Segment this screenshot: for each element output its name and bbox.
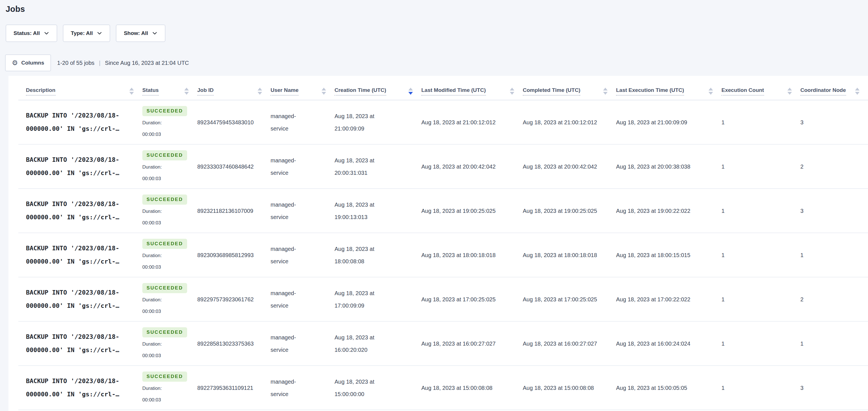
table-row[interactable]: BACKUP INTO '/2023/08/18-000000.00' IN '… <box>18 145 868 189</box>
sort-desc-icon[interactable] <box>321 92 326 95</box>
sort-icons[interactable] <box>855 88 860 95</box>
sort-icons[interactable] <box>257 88 262 95</box>
sort-asc-icon[interactable] <box>408 88 413 90</box>
sort-desc-icon[interactable] <box>510 92 514 95</box>
sort-desc-icon[interactable] <box>603 92 608 95</box>
status-filter-dropdown[interactable]: Status: All <box>6 25 57 42</box>
creation-time-cell: Aug 18, 2023 at 20:00:31:031 <box>335 154 421 179</box>
sort-icons[interactable] <box>510 88 514 95</box>
sort-desc-icon[interactable] <box>184 92 189 95</box>
job-description-cell: BACKUP INTO '/2023/08/18-000000.00' IN '… <box>18 109 142 135</box>
column-header[interactable]: Last Execution Time (UTC) <box>616 83 721 100</box>
last-execution-time-cell: Aug 18, 2023 at 15:00:05:05 <box>616 382 721 394</box>
sort-icons[interactable] <box>184 88 189 95</box>
sort-icons[interactable] <box>603 88 608 95</box>
jobs-table: Description Status Job ID User Name Crea… <box>8 76 868 411</box>
type-filter-dropdown[interactable]: Type: All <box>63 25 110 42</box>
table-row[interactable]: BACKUP INTO '/2023/08/18-000000.00' IN '… <box>18 277 868 322</box>
sort-icons[interactable] <box>408 88 413 95</box>
execution-count-cell: 1 <box>721 337 800 350</box>
sort-icons[interactable] <box>129 88 134 95</box>
last-execution-time-cell: Aug 18, 2023 at 18:00:15:015 <box>616 249 721 261</box>
table-row[interactable]: BACKUP INTO '/2023/08/18-000000.00' IN '… <box>18 233 868 277</box>
completed-time-cell: Aug 18, 2023 at 18:00:18:018 <box>523 249 616 261</box>
since-text: Since Aug 16, 2023 at 21:04 UTC <box>105 60 189 66</box>
duration-label: Duration: <box>142 294 189 306</box>
coordinator-node-cell: 3 <box>800 116 868 128</box>
last-modified-time-cell: Aug 18, 2023 at 15:00:08:08 <box>421 382 523 394</box>
table-row[interactable]: BACKUP INTO '/2023/08/18-000000.00' IN '… <box>18 322 868 366</box>
coordinator-node-cell: 2 <box>800 293 868 305</box>
job-id-cell: 892321182136107009 <box>197 205 271 217</box>
creation-time-cell: Aug 18, 2023 at 16:00:20:020 <box>335 331 421 356</box>
column-header[interactable]: Coordinator Node <box>800 83 868 100</box>
sort-desc-icon[interactable] <box>408 92 413 95</box>
sort-asc-icon[interactable] <box>321 88 326 90</box>
execution-count-cell: 1 <box>721 160 800 173</box>
duration-label: Duration: <box>142 339 189 350</box>
sort-asc-icon[interactable] <box>184 88 189 90</box>
job-id-cell: 892285813023375363 <box>197 337 271 350</box>
column-header[interactable]: Last Modified Time (UTC) <box>421 83 523 100</box>
sort-asc-icon[interactable] <box>510 88 514 90</box>
sort-icons[interactable] <box>709 88 713 95</box>
duration-value: 00:00:03 <box>142 129 189 140</box>
last-modified-time-cell: Aug 18, 2023 at 20:00:42:042 <box>421 160 523 173</box>
sort-icons[interactable] <box>321 88 326 95</box>
page-title: Jobs <box>6 4 868 14</box>
duration-value: 00:00:03 <box>142 350 189 362</box>
column-header[interactable]: Status <box>142 83 197 100</box>
sort-asc-icon[interactable] <box>787 88 792 90</box>
column-header[interactable]: Execution Count <box>721 83 800 100</box>
column-header[interactable]: User Name <box>271 83 335 100</box>
chevron-down-icon <box>44 30 49 36</box>
coordinator-node-cell: 3 <box>800 382 868 394</box>
sort-desc-icon[interactable] <box>129 92 134 95</box>
column-header-label: Description <box>26 87 56 95</box>
jobs-page: Jobs Status: All Type: All Show: All ⚙ C… <box>0 0 868 411</box>
user-name-cell: managed-service <box>271 199 335 223</box>
filter-bar: Status: All Type: All Show: All <box>6 25 868 42</box>
sort-asc-icon[interactable] <box>855 88 860 90</box>
duration-value: 00:00:03 <box>142 217 189 229</box>
last-execution-time-cell: Aug 18, 2023 at 20:00:38:038 <box>616 160 721 173</box>
table-row[interactable]: BACKUP INTO '/2023/08/18-000000.00' IN '… <box>18 100 868 145</box>
sort-desc-icon[interactable] <box>855 92 860 95</box>
column-header-label: Last Modified Time (UTC) <box>421 87 486 95</box>
job-status-cell: SUCCEEDED Duration: 00:00:03 <box>142 149 197 185</box>
sort-desc-icon[interactable] <box>257 92 262 95</box>
last-execution-time-cell: Aug 18, 2023 at 21:00:09:09 <box>616 116 721 128</box>
last-modified-time-cell: Aug 18, 2023 at 16:00:27:027 <box>421 337 523 350</box>
show-filter-label: Show: All <box>124 30 148 36</box>
column-header[interactable]: Description <box>18 83 142 100</box>
last-modified-time-cell: Aug 18, 2023 at 17:00:25:025 <box>421 293 523 305</box>
job-status-cell: SUCCEEDED Duration: 00:00:03 <box>142 237 197 273</box>
type-filter-label: Type: All <box>71 30 93 36</box>
sort-asc-icon[interactable] <box>257 88 262 90</box>
user-name-cell: managed-service <box>271 154 335 179</box>
column-header-label: Coordinator Node <box>800 87 846 95</box>
column-header[interactable]: Job ID <box>197 83 271 100</box>
execution-count-cell: 1 <box>721 116 800 128</box>
job-id-cell: 892344759453483010 <box>197 116 271 128</box>
sort-asc-icon[interactable] <box>129 88 134 90</box>
column-header[interactable]: Creation Time (UTC) <box>335 83 421 100</box>
show-filter-dropdown[interactable]: Show: All <box>116 25 165 42</box>
sort-asc-icon[interactable] <box>709 88 713 90</box>
sort-asc-icon[interactable] <box>603 88 608 90</box>
status-badge: SUCCEEDED <box>142 106 187 116</box>
column-header[interactable]: Completed Time (UTC) <box>523 83 616 100</box>
creation-time-cell: Aug 18, 2023 at 17:00:09:09 <box>335 287 421 312</box>
last-execution-time-cell: Aug 18, 2023 at 16:00:24:024 <box>616 337 721 350</box>
status-filter-label: Status: All <box>13 30 40 36</box>
sort-icons[interactable] <box>787 88 792 95</box>
table-row[interactable]: BACKUP INTO '/2023/08/18-000000.00' IN '… <box>18 189 868 233</box>
jobs-count-text: 1-20 of 55 jobs <box>57 60 94 66</box>
duration-label: Duration: <box>142 250 189 262</box>
table-row[interactable]: BACKUP INTO '/2023/08/18-000000.00' IN '… <box>18 366 868 410</box>
sort-desc-icon[interactable] <box>787 92 792 95</box>
status-badge: SUCCEEDED <box>142 283 187 293</box>
toolbar-separator: | <box>99 60 100 66</box>
sort-desc-icon[interactable] <box>709 92 713 95</box>
columns-button[interactable]: ⚙ Columns <box>5 54 51 71</box>
